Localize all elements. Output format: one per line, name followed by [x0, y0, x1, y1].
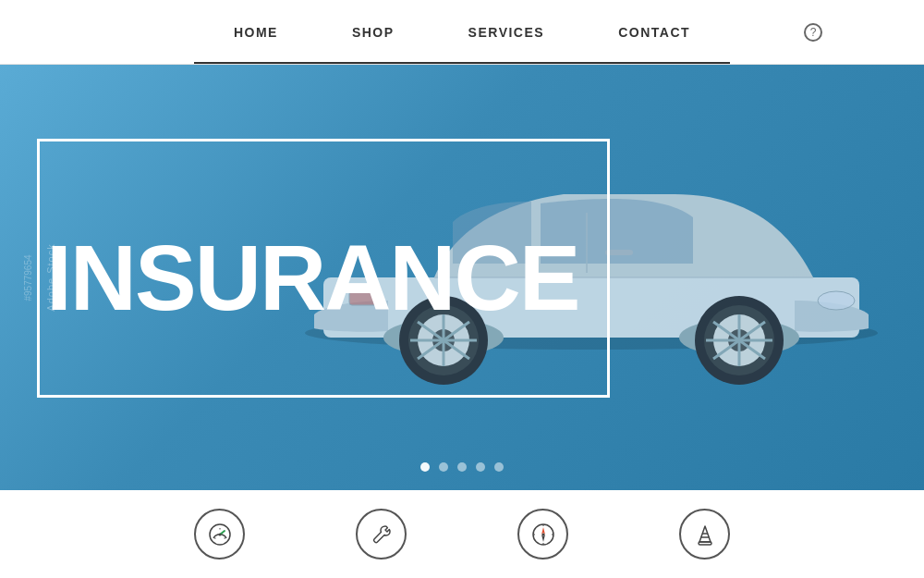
dot-1[interactable]: [420, 462, 430, 472]
hero-section: Adobe Stock #95779654: [0, 65, 924, 490]
svg-point-27: [218, 533, 221, 535]
traffic-cone-icon-item[interactable]: [679, 509, 730, 560]
nav-underline: [194, 62, 730, 64]
bottom-icons-section: [0, 490, 924, 578]
header: HOME SHOP SERVICES CONTACT ?: [0, 0, 924, 65]
wrench-icon: [369, 522, 395, 547]
svg-point-23: [818, 291, 855, 310]
svg-point-34: [541, 533, 544, 535]
dot-3[interactable]: [457, 462, 467, 472]
nav-shop[interactable]: SHOP: [352, 25, 395, 40]
speedometer-icon: [207, 522, 233, 547]
compass-icon-item[interactable]: [517, 509, 568, 560]
hero-insurance-text: INSURANCE: [46, 231, 578, 324]
traffic-cone-circle: [679, 509, 730, 560]
speedometer-icon-item[interactable]: [194, 509, 245, 560]
compass-circle: [517, 509, 568, 560]
svg-rect-42: [699, 542, 711, 545]
wrench-icon-item[interactable]: [356, 509, 407, 560]
dot-5[interactable]: [494, 462, 504, 472]
nav-contact[interactable]: CONTACT: [618, 25, 690, 40]
nav-home[interactable]: HOME: [234, 25, 278, 40]
wrench-circle: [356, 509, 407, 560]
slide-dots: [420, 462, 504, 472]
dot-2[interactable]: [439, 462, 448, 472]
help-button[interactable]: ?: [804, 23, 822, 42]
compass-icon: [530, 522, 556, 547]
traffic-cone-icon: [692, 522, 718, 547]
nav-services[interactable]: SERVICES: [468, 25, 545, 40]
dot-4[interactable]: [476, 462, 485, 472]
nav-bar: HOME SHOP SERVICES CONTACT: [234, 25, 690, 40]
speedometer-circle: [194, 509, 245, 560]
